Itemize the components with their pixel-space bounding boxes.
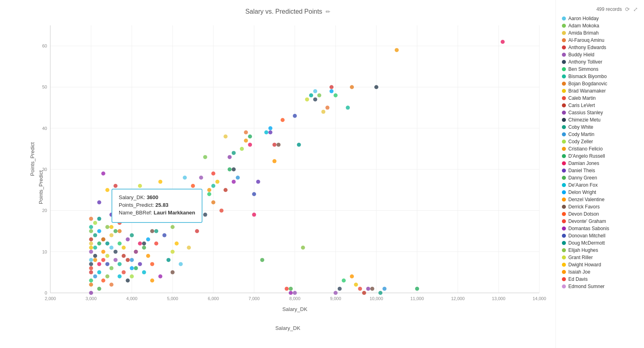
scatter-point[interactable] bbox=[93, 254, 97, 258]
legend-item[interactable]: Chimezie Metu bbox=[562, 117, 638, 123]
scatter-point[interactable] bbox=[203, 155, 207, 159]
legend-item[interactable]: Elijah Hughes bbox=[562, 247, 638, 253]
scatter-point[interactable] bbox=[126, 237, 130, 241]
scatter-point[interactable] bbox=[326, 106, 330, 110]
scatter-point[interactable] bbox=[118, 229, 122, 233]
scatter-point[interactable] bbox=[114, 184, 118, 188]
legend-item[interactable]: Cristiano Felicio bbox=[562, 146, 638, 152]
scatter-point[interactable] bbox=[321, 110, 325, 114]
scatter-point[interactable] bbox=[501, 40, 505, 44]
legend-item[interactable]: Edmond Sumner bbox=[562, 284, 638, 289]
scatter-point[interactable] bbox=[179, 262, 183, 266]
scatter-point[interactable] bbox=[223, 134, 227, 138]
scatter-point[interactable] bbox=[130, 266, 134, 270]
scatter-point[interactable] bbox=[134, 250, 138, 254]
scatter-point[interactable] bbox=[252, 192, 256, 196]
scatter-point[interactable] bbox=[126, 278, 130, 282]
edit-icon[interactable]: ✏ bbox=[326, 8, 330, 15]
scatter-point[interactable] bbox=[248, 134, 252, 138]
scatter-point[interactable] bbox=[382, 287, 386, 291]
scatter-point[interactable] bbox=[167, 258, 171, 262]
scatter-point[interactable] bbox=[374, 85, 378, 89]
scatter-point[interactable] bbox=[146, 254, 150, 258]
scatter-point[interactable] bbox=[101, 258, 105, 262]
scatter-point[interactable] bbox=[130, 258, 134, 262]
scatter-point[interactable] bbox=[256, 180, 260, 184]
scatter-point[interactable] bbox=[415, 287, 419, 291]
scatter-point[interactable] bbox=[105, 262, 109, 266]
scatter-point[interactable] bbox=[285, 287, 289, 291]
scatter-point[interactable] bbox=[334, 291, 338, 295]
scatter-point[interactable] bbox=[338, 287, 342, 291]
scatter-point[interactable] bbox=[232, 151, 236, 155]
legend-item[interactable]: Derrick Favors bbox=[562, 204, 638, 210]
scatter-point[interactable] bbox=[89, 245, 93, 249]
scatter-point[interactable] bbox=[244, 130, 248, 134]
scatter-point[interactable] bbox=[232, 180, 236, 184]
scatter-point[interactable] bbox=[109, 266, 114, 270]
scatter-point[interactable] bbox=[260, 258, 264, 262]
scatter-point[interactable] bbox=[158, 180, 162, 184]
scatter-point[interactable] bbox=[89, 229, 93, 233]
scatter-point[interactable] bbox=[313, 97, 317, 101]
scatter-point[interactable] bbox=[89, 283, 93, 287]
scatter-point[interactable] bbox=[215, 180, 219, 184]
scatter-point[interactable] bbox=[130, 233, 134, 237]
scatter-point[interactable] bbox=[97, 241, 101, 245]
legend-item[interactable]: Caris LeVert bbox=[562, 103, 638, 108]
scatter-point[interactable] bbox=[313, 89, 317, 93]
scatter-point[interactable] bbox=[366, 287, 370, 291]
scatter-point[interactable] bbox=[89, 258, 93, 262]
scatter-point[interactable] bbox=[105, 241, 109, 245]
legend-item[interactable]: Domantas Sabonis bbox=[562, 226, 638, 231]
scatter-point[interactable] bbox=[89, 291, 93, 295]
scatter-point[interactable] bbox=[142, 270, 146, 274]
scatter-point[interactable] bbox=[207, 192, 211, 196]
legend-item[interactable]: Daniel Theis bbox=[562, 168, 638, 173]
scatter-point[interactable] bbox=[171, 270, 175, 274]
scatter-point[interactable] bbox=[240, 147, 244, 151]
scatter-point[interactable] bbox=[211, 184, 215, 188]
scatter-point[interactable] bbox=[191, 184, 195, 188]
scatter-point[interactable] bbox=[219, 208, 223, 212]
scatter-point[interactable] bbox=[395, 48, 399, 52]
legend-item[interactable]: Adam Mokoka bbox=[562, 23, 638, 29]
scatter-point[interactable] bbox=[114, 229, 118, 233]
scatter-point[interactable] bbox=[228, 167, 232, 171]
scatter-point[interactable] bbox=[330, 85, 334, 89]
scatter-point[interactable] bbox=[309, 93, 313, 97]
legend-item[interactable]: Al-Farouq Aminu bbox=[562, 37, 638, 43]
scatter-point[interactable] bbox=[89, 278, 93, 282]
refresh-icon[interactable]: ⟳ bbox=[625, 6, 630, 12]
scatter-point[interactable] bbox=[195, 229, 199, 233]
scatter-point[interactable] bbox=[187, 192, 191, 196]
legend-item[interactable]: Damian Jones bbox=[562, 161, 638, 166]
scatter-point[interactable] bbox=[358, 287, 362, 291]
scatter-point[interactable] bbox=[150, 229, 154, 233]
scatter-point[interactable] bbox=[346, 106, 350, 110]
scatter-point[interactable] bbox=[297, 143, 301, 147]
legend-item[interactable]: Dwight Howard bbox=[562, 262, 638, 268]
scatter-point[interactable] bbox=[150, 262, 154, 266]
scatter-point[interactable] bbox=[232, 167, 236, 171]
legend-item[interactable]: Aaron Holiday bbox=[562, 16, 638, 21]
scatter-point[interactable] bbox=[334, 93, 338, 97]
scatter-point[interactable] bbox=[203, 213, 207, 217]
scatter-point[interactable] bbox=[138, 184, 142, 188]
scatter-point[interactable] bbox=[268, 130, 272, 134]
scatter-point[interactable] bbox=[122, 270, 126, 274]
legend-item[interactable]: Denzel Valentine bbox=[562, 197, 638, 202]
legend-item[interactable]: Cody Martin bbox=[562, 132, 638, 137]
scatter-point[interactable] bbox=[93, 233, 97, 237]
legend-item[interactable]: Devon Dotson bbox=[562, 211, 638, 217]
scatter-point[interactable] bbox=[154, 241, 158, 245]
scatter-point[interactable] bbox=[101, 237, 105, 241]
legend-item[interactable]: De'Aaron Fox bbox=[562, 182, 638, 188]
scatter-point[interactable] bbox=[171, 225, 175, 229]
scatter-point[interactable] bbox=[330, 89, 334, 93]
scatter-point[interactable] bbox=[109, 283, 114, 287]
scatter-point[interactable] bbox=[264, 130, 268, 134]
scatter-point[interactable] bbox=[228, 155, 232, 159]
legend-item[interactable]: Ben Simmons bbox=[562, 66, 638, 72]
scatter-point[interactable] bbox=[109, 213, 114, 217]
